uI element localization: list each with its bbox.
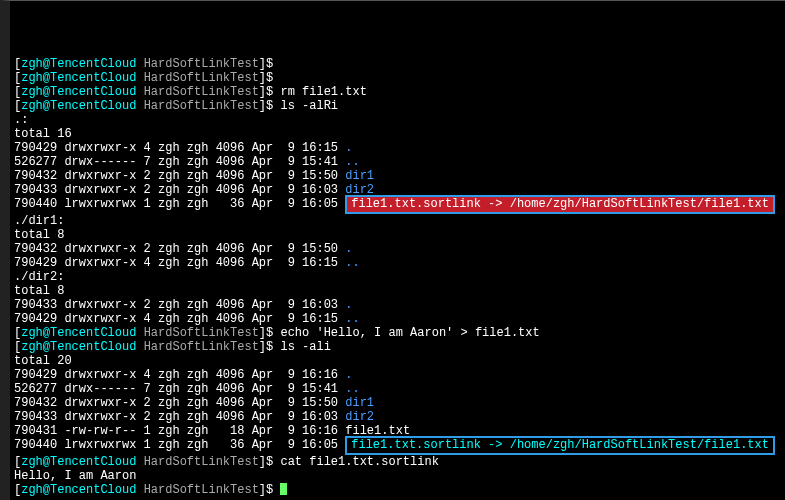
- dir-header: ./dir1:: [10, 214, 785, 228]
- prompt-line: [zgh@TencentCloud HardSoftLinkTest]$ cat…: [10, 455, 785, 469]
- ls-row: 790432 drwxrwxr-x 2 zgh zgh 4096 Apr 9 1…: [10, 169, 785, 183]
- ls-row: 790432 drwxrwxr-x 2 zgh zgh 4096 Apr 9 1…: [10, 242, 785, 256]
- prompt-line: [zgh@TencentCloud HardSoftLinkTest]$ ls …: [10, 99, 785, 113]
- ls-row: 790433 drwxrwxr-x 2 zgh zgh 4096 Apr 9 1…: [10, 410, 785, 424]
- symlink-highlight: file1.txt.sortlink -> /home/zgh/HardSoft…: [345, 436, 775, 455]
- ls-row: 526277 drwx------ 7 zgh zgh 4096 Apr 9 1…: [10, 155, 785, 169]
- total-line: total 8: [10, 284, 785, 298]
- cat-output: Hello, I am Aaron: [10, 469, 785, 483]
- ls-row-symlink: 790440 lrwxrwxrwx 1 zgh zgh 36 Apr 9 16:…: [10, 197, 785, 214]
- ls-row: 790433 drwxrwxr-x 2 zgh zgh 4096 Apr 9 1…: [10, 298, 785, 312]
- dir-header: .:: [10, 113, 785, 127]
- total-line: total 20: [10, 354, 785, 368]
- prompt-line: [zgh@TencentCloud HardSoftLinkTest]$: [10, 483, 785, 497]
- ls-row: 790432 drwxrwxr-x 2 zgh zgh 4096 Apr 9 1…: [10, 396, 785, 410]
- ls-row-symlink: 790440 lrwxrwxrwx 1 zgh zgh 36 Apr 9 16:…: [10, 438, 785, 455]
- ls-row: 790429 drwxrwxr-x 4 zgh zgh 4096 Apr 9 1…: [10, 256, 785, 270]
- total-line: total 8: [10, 228, 785, 242]
- dir-header: ./dir2:: [10, 270, 785, 284]
- prompt-line: [zgh@TencentCloud HardSoftLinkTest]$: [10, 71, 785, 85]
- prompt-line: [zgh@TencentCloud HardSoftLinkTest]$ rm …: [10, 85, 785, 99]
- ls-row: 790429 drwxrwxr-x 4 zgh zgh 4096 Apr 9 1…: [10, 141, 785, 155]
- prompt-line: [zgh@TencentCloud HardSoftLinkTest]$ ech…: [10, 326, 785, 340]
- symlink-highlight: file1.txt.sortlink -> /home/zgh/HardSoft…: [345, 195, 775, 214]
- prompt-line: [zgh@TencentCloud HardSoftLinkTest]$ ls …: [10, 340, 785, 354]
- prompt-line: [zgh@TencentCloud HardSoftLinkTest]$: [10, 57, 785, 71]
- ls-row: 526277 drwx------ 7 zgh zgh 4096 Apr 9 1…: [10, 382, 785, 396]
- cursor: [280, 483, 287, 495]
- ls-row: 790429 drwxrwxr-x 4 zgh zgh 4096 Apr 9 1…: [10, 312, 785, 326]
- total-line: total 16: [10, 127, 785, 141]
- terminal-output[interactable]: [zgh@TencentCloud HardSoftLinkTest]$ [zg…: [10, 57, 785, 497]
- ls-row: 790429 drwxrwxr-x 4 zgh zgh 4096 Apr 9 1…: [10, 368, 785, 382]
